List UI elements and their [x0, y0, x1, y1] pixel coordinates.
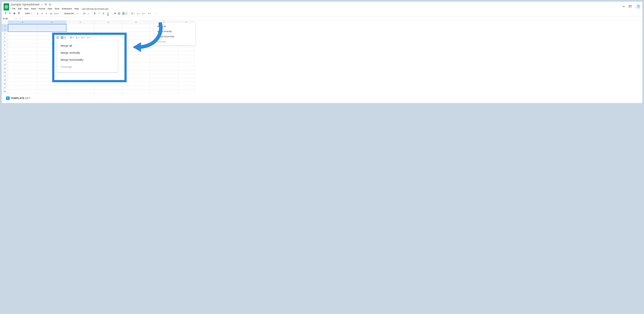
print-icon[interactable] — [12, 11, 16, 15]
cell-G8[interactable] — [178, 51, 194, 55]
more-icon[interactable]: ⋯ — [94, 36, 98, 39]
cell-G17[interactable] — [178, 86, 194, 90]
cell-A2[interactable] — [8, 28, 37, 32]
cell-G12[interactable] — [178, 66, 194, 70]
activity-icon[interactable] — [622, 5, 625, 8]
cell-G10[interactable] — [178, 59, 194, 63]
cell-F11[interactable] — [150, 63, 178, 66]
row-header-10[interactable]: 10 — [2, 59, 8, 63]
cell-G16[interactable] — [178, 82, 194, 86]
menu-format[interactable]: Format — [38, 7, 46, 10]
row-header-2[interactable]: 2 — [2, 28, 8, 32]
text-color-button[interactable]: A — [106, 11, 110, 15]
zoom-select[interactable]: 100%▼ — [24, 11, 33, 15]
cell-A5[interactable] — [8, 39, 37, 43]
cell-A16[interactable] — [8, 82, 37, 86]
cell-F16[interactable] — [150, 82, 178, 86]
row-header-13[interactable]: 13 — [2, 70, 8, 74]
vertical-align-button[interactable]: ▼ — [136, 11, 141, 15]
cell-F13[interactable] — [150, 70, 178, 74]
merge-cells-button-callout[interactable]: ▼ — [60, 36, 66, 39]
cell-A11[interactable] — [8, 63, 37, 66]
cell-F10[interactable] — [150, 59, 178, 63]
row-header-8[interactable]: 8 — [2, 51, 8, 55]
row-header-7[interactable]: 7 — [2, 47, 8, 51]
cell-C17[interactable] — [66, 86, 94, 90]
fill-color-button[interactable] — [113, 11, 116, 15]
valign-icon[interactable]: ▼ — [75, 36, 80, 39]
cell-F17[interactable] — [150, 86, 178, 90]
more-toolbar-icon[interactable]: ⋯ — [154, 11, 158, 15]
column-header-A[interactable]: A — [8, 20, 37, 24]
cell-A13[interactable] — [8, 70, 37, 74]
cell-G15[interactable] — [178, 78, 194, 82]
merge-cells-button[interactable]: ▼ — [122, 11, 128, 15]
rotation-icon[interactable]: ▼ — [86, 36, 91, 39]
cell-F18[interactable] — [150, 90, 178, 94]
cell-F15[interactable] — [150, 78, 178, 82]
cell-F9[interactable] — [150, 55, 178, 59]
cell-A10[interactable] — [8, 59, 37, 63]
row-header-18[interactable]: 18 — [2, 90, 8, 94]
row-header-17[interactable]: 17 — [2, 86, 8, 90]
cell-G18[interactable] — [178, 90, 194, 94]
borders-icon[interactable] — [56, 36, 60, 39]
paint-format-icon[interactable] — [17, 11, 21, 15]
last-edit-link[interactable]: Last edit was 59 minutes ago — [82, 7, 108, 10]
row-header-5[interactable]: 5 — [2, 39, 8, 43]
cell-A3[interactable] — [8, 32, 37, 36]
row-header-16[interactable]: 16 — [2, 82, 8, 86]
cell-A8[interactable] — [8, 51, 37, 55]
row-header-1[interactable]: 1 — [2, 24, 8, 28]
text-wrap-button[interactable]: ▼ — [142, 11, 146, 15]
cell-B16[interactable] — [37, 82, 66, 86]
text-rotation-button[interactable]: ▼ — [147, 11, 152, 15]
halign-icon[interactable]: ▼ — [69, 36, 74, 39]
cell-E17[interactable] — [122, 86, 150, 90]
row-header-15[interactable]: 15 — [2, 78, 8, 82]
cell-G9[interactable] — [178, 55, 194, 59]
menu-file[interactable]: File — [11, 7, 16, 10]
menu-insert[interactable]: Insert — [30, 7, 37, 10]
comments-icon[interactable] — [628, 5, 632, 8]
star-icon[interactable]: ☆ — [41, 3, 43, 6]
bold-button[interactable]: B — [93, 11, 96, 15]
cell-G14[interactable] — [178, 74, 194, 78]
percent-button[interactable]: % — [40, 11, 44, 15]
cell-D2[interactable] — [94, 28, 122, 32]
italic-button[interactable]: I — [97, 11, 101, 15]
cloud-icon[interactable] — [49, 3, 52, 6]
cell-D16[interactable] — [94, 82, 122, 86]
column-header-D[interactable]: D — [94, 20, 122, 24]
document-title[interactable]: Sample Spreadsheet — [11, 3, 39, 6]
font-select[interactable]: Default (Ari...▼ — [62, 11, 79, 15]
cell-B1[interactable] — [37, 24, 66, 28]
menu-data[interactable]: Data — [46, 7, 53, 10]
share-button-partial[interactable] — [635, 4, 640, 9]
cell-D1[interactable] — [94, 24, 122, 28]
row-header-4[interactable]: 4 — [2, 36, 8, 39]
row-header-14[interactable]: 14 — [2, 74, 8, 78]
menu-tools[interactable]: Tools — [54, 7, 60, 10]
borders-button[interactable] — [117, 11, 121, 15]
cell-F14[interactable] — [150, 74, 178, 78]
cell-A14[interactable] — [8, 74, 37, 78]
cell-D18[interactable] — [94, 90, 122, 94]
menu-edit[interactable]: Edit — [17, 7, 23, 10]
cell-G11[interactable] — [178, 63, 194, 66]
cell-D17[interactable] — [94, 86, 122, 90]
column-header-C[interactable]: C — [66, 20, 94, 24]
cell-C2[interactable] — [66, 28, 94, 32]
horizontal-align-button[interactable]: ▼ — [131, 11, 136, 15]
cell-F12[interactable] — [150, 66, 178, 70]
strikethrough-button[interactable]: S — [102, 11, 106, 15]
menu-help[interactable]: Help — [73, 7, 80, 10]
cell-G13[interactable] — [178, 70, 194, 74]
merge-horizontally-option-large[interactable]: Merge horizontally — [57, 56, 118, 63]
increase-decimal-button[interactable]: .00 — [49, 11, 53, 15]
cell-G7[interactable] — [178, 47, 194, 51]
cell-A1[interactable] — [8, 24, 37, 28]
cell-B17[interactable] — [37, 86, 66, 90]
merge-all-option-large[interactable]: Merge all — [57, 42, 118, 49]
sheets-logo[interactable] — [4, 3, 9, 10]
